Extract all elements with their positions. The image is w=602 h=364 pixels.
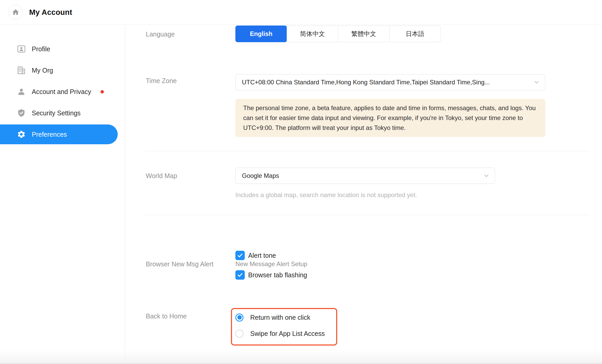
person-icon	[17, 87, 26, 96]
app-header: My Account	[0, 0, 602, 25]
chevron-down-icon	[483, 172, 490, 179]
home-icon	[12, 8, 20, 16]
swipe-for-app-list-access-radio[interactable]	[235, 330, 243, 338]
back-to-home-label: Back to Home	[146, 312, 187, 320]
alert-tone-option[interactable]: Alert tone	[235, 251, 276, 260]
gear-icon	[17, 130, 26, 139]
radio-label: Return with one click	[250, 314, 310, 321]
time-zone-select[interactable]: UTC+08:00 China Standard Time,Hong Kong …	[235, 74, 545, 90]
browser-tab-flashing-option[interactable]: Browser tab flashing	[235, 270, 307, 280]
radio-label: Swipe for App List Access	[250, 330, 325, 337]
sidebar-item-label: Security Settings	[32, 109, 81, 117]
divider	[145, 151, 590, 151]
page-title: My Account	[29, 8, 72, 17]
time-zone-label: Time Zone	[146, 77, 177, 85]
sidebar-item-label: Account and Privacy	[32, 88, 91, 96]
sidebar-item-profile[interactable]: Profile	[0, 39, 118, 59]
return-with-one-click-radio[interactable]	[235, 313, 243, 322]
chevron-down-icon	[533, 79, 540, 86]
language-tab-english[interactable]: English	[235, 26, 287, 42]
browser-tab-flashing-checkbox[interactable]	[235, 270, 245, 280]
language-tab-group: English 简体中文 繁體中文 日本語	[235, 26, 441, 42]
return-with-one-click-option[interactable]: Return with one click	[235, 313, 310, 322]
language-label: Language	[146, 30, 175, 38]
new-message-alert-setup-title: New Message Alert Setup	[235, 260, 307, 268]
sidebar-item-account-and-privacy[interactable]: Account and Privacy	[0, 82, 118, 102]
browser-alert-label: Browser New Msg Alert	[146, 260, 214, 268]
divider	[145, 215, 590, 215]
id-card-icon	[17, 44, 26, 54]
back-to-home-highlight-box: Return with one click Swipe for App List…	[231, 308, 337, 346]
building-icon	[17, 66, 26, 75]
shield-check-icon	[17, 108, 26, 118]
sidebar-item-security-settings[interactable]: Security Settings	[0, 103, 118, 123]
language-tab-traditional-chinese[interactable]: 繁體中文	[338, 26, 390, 42]
swipe-for-app-list-access-option[interactable]: Swipe for App List Access	[235, 329, 325, 338]
checkbox-label: Browser tab flashing	[248, 271, 307, 279]
language-tab-simplified-chinese[interactable]: 简体中文	[287, 26, 338, 42]
sidebar-item-label: Preferences	[32, 131, 67, 138]
sidebar-item-label: My Org	[32, 67, 53, 74]
home-button[interactable]	[8, 5, 23, 20]
world-map-select[interactable]: Google Maps	[235, 168, 495, 184]
sidebar: Profile My Org Account and Privacy	[0, 25, 125, 364]
preferences-panel: Language English 简体中文 繁體中文 日本語 Time Zone…	[125, 25, 602, 364]
time-zone-value: UTC+08:00 China Standard Time,Hong Kong …	[242, 79, 490, 86]
sidebar-item-label: Profile	[32, 45, 50, 53]
notification-dot-badge	[101, 90, 104, 93]
checkbox-label: Alert tone	[248, 252, 276, 259]
time-zone-notice: The personal time zone, a beta feature, …	[235, 99, 545, 137]
alert-tone-checkbox[interactable]	[235, 251, 245, 260]
sidebar-item-preferences[interactable]: Preferences	[0, 124, 118, 144]
world-map-value: Google Maps	[242, 172, 279, 179]
sidebar-item-my-org[interactable]: My Org	[0, 60, 118, 80]
language-tab-japanese[interactable]: 日本語	[389, 26, 441, 42]
world-map-helper-text: Includes a global map, search name locat…	[235, 191, 417, 199]
world-map-label: World Map	[146, 172, 177, 180]
